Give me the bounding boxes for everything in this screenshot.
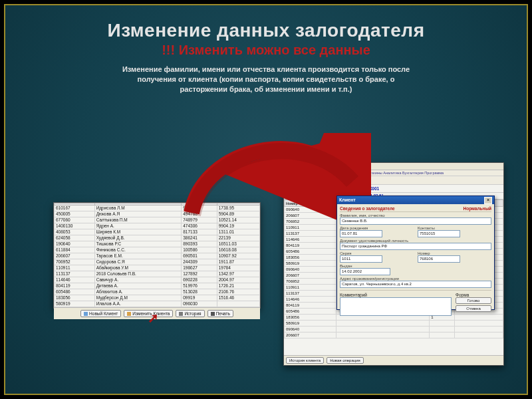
operations-toolbar: История клиента Новая операция bbox=[284, 355, 503, 365]
cancel-button[interactable]: Отмена bbox=[456, 305, 491, 312]
table-row[interactable]: 611884Финикова С.С.10058616618.08 bbox=[55, 247, 260, 253]
screenshot-client-list: 610167Идрисова Л.М967381738.95450005Дюко… bbox=[53, 202, 261, 309]
warning-note: Изменение фамилии, имени или отчества кл… bbox=[120, 65, 412, 94]
new-operation-button[interactable]: Новая операция bbox=[327, 357, 364, 364]
form-label: Форма bbox=[456, 293, 469, 297]
toolbar-btn[interactable] bbox=[313, 176, 321, 184]
table-row[interactable]: 610167Идрисова Л.М967381738.95 bbox=[55, 205, 260, 211]
table-row[interactable]: 090640 bbox=[285, 327, 503, 332]
table-row[interactable]: 450005Дюкова А.Я4947885904.89 bbox=[55, 211, 260, 217]
client-history-button[interactable]: История клиента bbox=[286, 357, 324, 364]
table-row[interactable]: 1400130Ядрен А.4743069904.19 bbox=[55, 223, 260, 229]
toolbar-btn[interactable] bbox=[332, 176, 340, 184]
table-row[interactable]: 408053Ширяев К.М8171331311.01 bbox=[55, 229, 260, 235]
dialog-section: Сведения о залогодателе bbox=[340, 206, 395, 211]
phone-input[interactable]: 7551015 bbox=[418, 230, 460, 237]
num-input[interactable]: 768106 bbox=[418, 255, 460, 263]
table-row[interactable]: 580919Илалов А.А.096030 bbox=[55, 301, 260, 307]
table-row[interactable]: 206607 bbox=[285, 332, 503, 338]
series-input[interactable]: 1011 bbox=[340, 255, 382, 263]
table-row[interactable]: 605486Аблахитов А.5130282106.76 bbox=[55, 289, 260, 295]
table-row[interactable]: 580919 bbox=[285, 321, 503, 327]
toolbar bbox=[284, 176, 503, 185]
print-button[interactable]: Печать bbox=[207, 310, 233, 317]
table-row[interactable]: 1131372618 Соловьев П.В.1278921342.97 bbox=[55, 271, 260, 277]
doc-input[interactable]: Паспорт гражданина РФ bbox=[340, 243, 491, 250]
window-titlebar bbox=[284, 163, 503, 170]
date-input[interactable]: 14.02.2002 bbox=[340, 268, 390, 275]
close-icon[interactable]: × bbox=[484, 197, 492, 204]
edit-client-dialog: Клиент × Сведения о залогодателеНормальн… bbox=[336, 196, 495, 310]
ok-button[interactable]: Готово bbox=[456, 297, 491, 304]
main-menu[interactable]: БланкиДок ЗакрПериод Локомбард Залоговые… bbox=[284, 170, 503, 176]
addr-input[interactable]: Саратов, ул. Чернышевского, д.4 кв.2 bbox=[340, 281, 491, 288]
client-list-toolbar: Новый Клиент Изменить Клиента История Пе… bbox=[54, 307, 260, 319]
table-row[interactable]: 624058Худяевой Д.В.38624122139 bbox=[55, 235, 260, 241]
history-button[interactable]: История bbox=[176, 310, 204, 317]
table-row[interactable]: 110911Абайкирова У.М19862719784 bbox=[55, 265, 260, 271]
client-table: 610167Идрисова Л.М967381738.95450005Дюко… bbox=[54, 203, 260, 307]
dialog-titlebar[interactable]: Клиент × bbox=[337, 196, 494, 204]
table-row[interactable]: 190640Тишкова Р.С89039316511.03 bbox=[55, 241, 260, 247]
toolbar-btn[interactable] bbox=[360, 176, 368, 184]
page-title: Изменение данных залогодателя bbox=[32, 20, 500, 41]
toolbar-btn[interactable] bbox=[285, 176, 293, 184]
client-name-line: Семенюк Вадим Викторович Карта: NК001 bbox=[284, 185, 503, 193]
table-row[interactable]: 206607Тарасов Е.М.69050110907.92 bbox=[55, 253, 260, 259]
edit-client-button[interactable]: Изменить Клиента bbox=[124, 310, 173, 317]
table-row[interactable]: 183056Мудберсон Д.М099191516.46 bbox=[55, 295, 260, 301]
page-subtitle: !!! Изменить можно все данные bbox=[5, 43, 527, 58]
table-row[interactable]: 114646Савичур А.6902282004.97 bbox=[55, 277, 260, 283]
new-client-button[interactable]: Новый Клиент bbox=[80, 310, 121, 317]
doc-icon bbox=[84, 312, 88, 316]
client-status: Нормальный bbox=[464, 206, 492, 211]
toolbar-btn[interactable] bbox=[341, 176, 349, 184]
edit-icon bbox=[127, 312, 131, 316]
toolbar-btn[interactable] bbox=[323, 176, 331, 184]
table-row[interactable]: 804119Дитаева А.5199761726.21 bbox=[55, 283, 260, 289]
fio-input[interactable]: Семенюк В.В. bbox=[340, 217, 491, 225]
print-icon bbox=[211, 312, 215, 316]
toolbar-btn[interactable] bbox=[295, 176, 303, 184]
toolbar-btn[interactable] bbox=[304, 176, 312, 184]
birth-input[interactable]: 01.07.81 bbox=[340, 230, 382, 237]
table-row[interactable]: 706952Сидорова С.Я2443091911.87 bbox=[55, 259, 260, 265]
comment-textarea[interactable] bbox=[340, 297, 452, 316]
toolbar-btn[interactable] bbox=[350, 176, 358, 184]
table-row[interactable]: 677060Салтыкова П.М74897910521.14 bbox=[55, 217, 260, 223]
history-icon bbox=[179, 312, 183, 316]
comment-label: Комментарий bbox=[340, 293, 367, 297]
